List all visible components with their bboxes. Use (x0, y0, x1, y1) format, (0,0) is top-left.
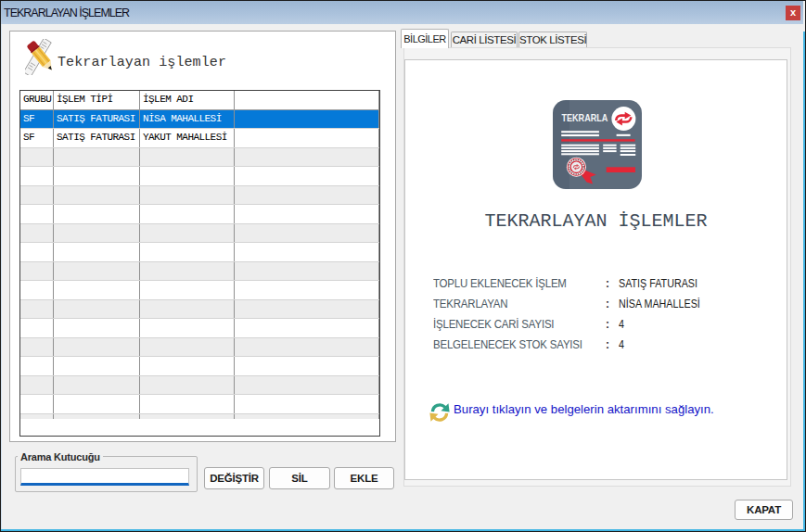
svg-text:TEKRARLA: TEKRARLA (561, 112, 608, 123)
